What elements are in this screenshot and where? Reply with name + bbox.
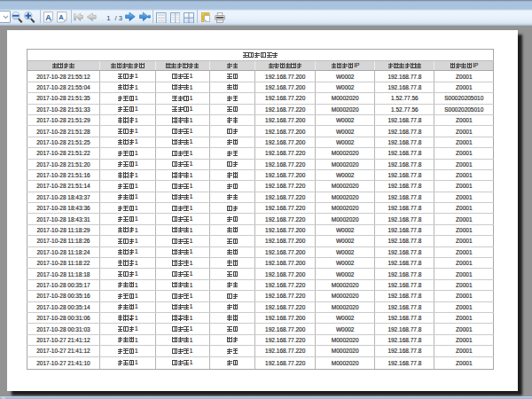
svg-text:A: A [59, 13, 64, 21]
svg-text:A: A [45, 13, 51, 22]
